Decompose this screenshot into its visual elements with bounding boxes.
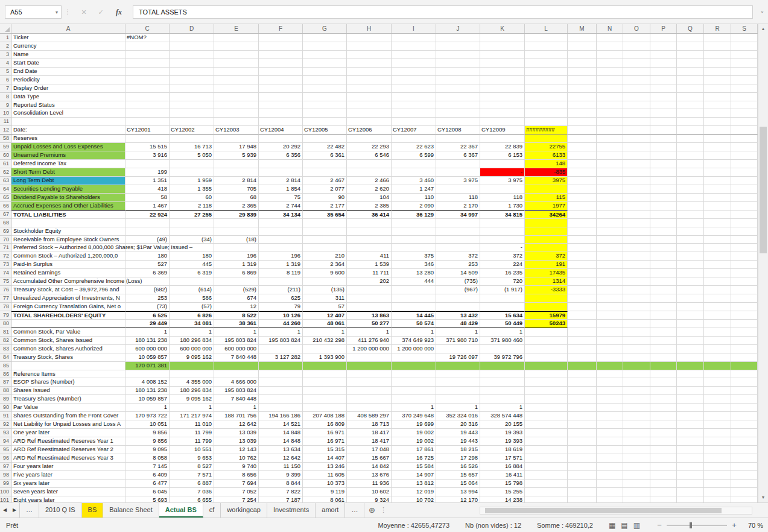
cell-K60[interactable]: 6 153 (480, 151, 525, 160)
cell-N91[interactable] (597, 412, 623, 420)
cell-F81[interactable]: 1 (259, 328, 303, 337)
cell-L12[interactable]: ######### (525, 126, 568, 135)
cell-D9[interactable] (170, 101, 214, 110)
cell-I97[interactable]: 15 584 (392, 463, 436, 471)
cell-K96[interactable]: 17 571 (480, 454, 525, 463)
cell-Q83[interactable] (677, 345, 704, 353)
cell-F62[interactable] (259, 168, 303, 177)
cell-I71[interactable] (392, 244, 436, 252)
cell-J94[interactable]: 19 443 (436, 437, 480, 446)
cell-J3[interactable] (436, 51, 480, 59)
cell-O62[interactable] (623, 168, 650, 177)
cell-D1[interactable] (170, 34, 214, 42)
cell-L71[interactable] (525, 244, 568, 252)
cell-A92[interactable]: Net Liability for Unpaid Losses and Loss… (11, 420, 125, 429)
cell-L99[interactable] (525, 480, 568, 488)
cell-J97[interactable]: 16 526 (436, 463, 480, 471)
cell-I100[interactable]: 12 019 (392, 488, 436, 496)
cell-Q71[interactable] (677, 244, 704, 252)
zoom-in-button[interactable]: + (731, 521, 738, 530)
cell-K91[interactable]: 328 574 448 (480, 412, 525, 420)
cell-N100[interactable] (597, 488, 623, 496)
cell-Q97[interactable] (677, 463, 704, 471)
formula-input[interactable]: TOTAL ASSETS (133, 5, 753, 19)
row-header-69[interactable]: 69 (0, 227, 11, 236)
cell-J62[interactable] (436, 168, 480, 177)
cell-A5[interactable]: End Date (11, 68, 125, 76)
cell-C12[interactable]: CY12001 (125, 126, 170, 135)
cell-N65[interactable] (597, 194, 623, 202)
zoom-slider[interactable] (667, 525, 727, 526)
cell-L80[interactable]: 50243 (525, 320, 568, 328)
cell-H97[interactable]: 14 842 (347, 463, 392, 471)
cell-P73[interactable] (650, 261, 677, 269)
cell-E85[interactable] (214, 362, 259, 370)
cell-O8[interactable] (623, 93, 650, 101)
sheet-tab-more-right[interactable]: … (345, 503, 364, 518)
cell-K75[interactable]: 720 (480, 277, 525, 286)
cell-C58[interactable] (125, 135, 170, 143)
cell-C74[interactable]: 6 369 (125, 269, 170, 277)
cell-G85[interactable] (303, 362, 347, 370)
cell-H61[interactable] (347, 160, 392, 168)
cell-R101[interactable] (704, 496, 731, 502)
cell-M3[interactable] (568, 51, 597, 59)
cell-R2[interactable] (704, 42, 731, 51)
cell-E89[interactable]: 7 840 448 (214, 395, 259, 404)
row-header-99[interactable]: 99 (0, 480, 11, 488)
cell-S88[interactable] (731, 387, 758, 395)
cell-L98[interactable] (525, 471, 568, 480)
cell-L68[interactable] (525, 219, 568, 227)
cell-L59[interactable]: 22755 (525, 143, 568, 151)
cell-A79[interactable]: TOTAL SHAREHOLDERS' EQUITY (11, 311, 125, 320)
cell-G11[interactable] (303, 118, 347, 126)
cell-A7[interactable]: Display Order (11, 84, 125, 93)
cell-M95[interactable] (568, 446, 597, 454)
cell-G61[interactable] (303, 160, 347, 168)
cell-I61[interactable] (392, 160, 436, 168)
cell-R66[interactable] (704, 202, 731, 211)
cell-A68[interactable] (11, 219, 125, 227)
cell-F58[interactable] (259, 135, 303, 143)
cell-D100[interactable]: 7 036 (170, 488, 214, 496)
cell-Q78[interactable] (677, 303, 704, 311)
cell-O72[interactable] (623, 252, 650, 261)
cell-E83[interactable]: 600 000 000 (214, 345, 259, 353)
row-header-97[interactable]: 97 (0, 463, 11, 471)
cell-D64[interactable]: 1 355 (170, 185, 214, 194)
cell-E78[interactable]: 12 (214, 303, 259, 311)
cell-P88[interactable] (650, 387, 677, 395)
cell-L8[interactable] (525, 93, 568, 101)
cell-I86[interactable] (392, 370, 436, 379)
cell-D60[interactable]: 5 050 (170, 151, 214, 160)
cell-C80[interactable]: 29 449 (125, 320, 170, 328)
cell-K65[interactable]: 118 (480, 194, 525, 202)
cell-C101[interactable]: 5 693 (125, 496, 170, 502)
cell-R97[interactable] (704, 463, 731, 471)
cell-P66[interactable] (650, 202, 677, 211)
cell-I68[interactable] (392, 219, 436, 227)
cell-G95[interactable]: 15 315 (303, 446, 347, 454)
cell-L60[interactable]: 6133 (525, 151, 568, 160)
name-box-chevron-icon[interactable]: ▾ (56, 7, 58, 19)
sheet-tab-workingcap[interactable]: workingcap (221, 503, 267, 518)
row-header-2[interactable]: 2 (0, 42, 11, 51)
select-all-corner[interactable] (0, 24, 11, 33)
row-header-86[interactable]: 86 (0, 370, 11, 379)
cell-H80[interactable]: 50 277 (347, 320, 392, 328)
cell-J69[interactable] (436, 227, 480, 236)
cell-I6[interactable] (392, 76, 436, 84)
cell-D88[interactable]: 180 296 834 (170, 387, 214, 395)
cell-E95[interactable]: 12 143 (214, 446, 259, 454)
cell-O101[interactable] (623, 496, 650, 502)
cell-G75[interactable] (303, 277, 347, 286)
cell-A77[interactable]: Unrealized Appreciation of Investments, … (11, 294, 125, 303)
cell-G74[interactable]: 9 600 (303, 269, 347, 277)
cell-O12[interactable] (623, 126, 650, 135)
cell-I81[interactable]: 1 (392, 328, 436, 337)
cell-P75[interactable] (650, 277, 677, 286)
row-header-91[interactable]: 91 (0, 412, 11, 420)
cell-C84[interactable]: 10 059 857 (125, 353, 170, 362)
cell-K71[interactable]: - (480, 244, 525, 252)
cell-N93[interactable] (597, 429, 623, 437)
